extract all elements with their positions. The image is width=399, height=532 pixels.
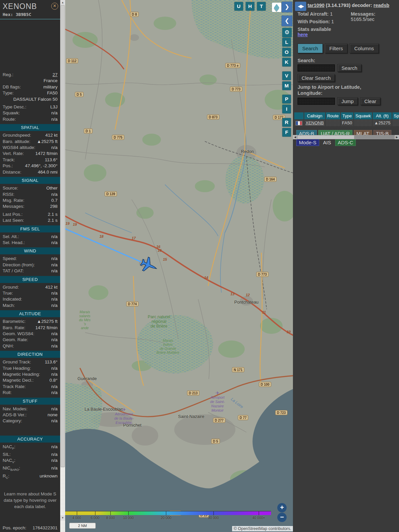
tab-filters[interactable]: Filters [325, 44, 348, 53]
scroll-right-icon[interactable]: ▶ [395, 135, 399, 139]
zoom-out-button[interactable]: − [277, 513, 287, 522]
map-button-m[interactable]: M [282, 81, 291, 90]
jump-input[interactable] [298, 98, 335, 105]
map-button-h[interactable]: H [246, 2, 254, 11]
mode-chip-ais[interactable]: AIS [321, 139, 334, 146]
table-row[interactable]: XENONBFA50▲25275 [294, 120, 399, 126]
map-button-i[interactable]: I [282, 105, 291, 113]
table-header[interactable]: Callsign [304, 112, 325, 119]
mode-chip-adsc[interactable]: ADS-C [335, 139, 356, 146]
data-row: Pos.:47.496°, -2.300° [3, 163, 58, 169]
table-header[interactable]: Squawk [354, 112, 372, 119]
table-header[interactable]: Route [326, 112, 340, 119]
map-button-v[interactable]: V [282, 71, 291, 80]
scrollbar-thumb[interactable] [61, 5, 65, 467]
table-header[interactable] [294, 112, 304, 119]
osm-link[interactable]: OpenStreetMap [238, 526, 267, 531]
callsign-cell[interactable]: XENONB [304, 120, 325, 126]
map-button-f[interactable]: F [282, 128, 291, 137]
close-icon[interactable]: ✕ [51, 3, 58, 10]
map-button-o[interactable]: O [282, 48, 291, 57]
row-value: 464.0 nmi [21, 169, 58, 175]
row-label: Squawk: [3, 110, 20, 116]
row-value: n/a [22, 418, 58, 424]
data-row: True Heading:n/a [3, 365, 58, 371]
sidebar-scrollbar[interactable]: ▲ ▼ [60, 0, 65, 532]
table-header[interactable]: Speed [392, 112, 399, 119]
mode-chip-modes[interactable]: Mode-S [296, 139, 319, 146]
map-button-l[interactable]: L [282, 38, 291, 47]
data-row: RC:unknown [3, 473, 58, 481]
tab-search[interactable]: Search [298, 44, 323, 53]
section-rows: Source:OtherRSSI:n/aMsg. Rate:0.7Message… [0, 185, 60, 223]
row-label: NACV: [3, 458, 15, 465]
map-button-p[interactable]: P [282, 95, 291, 103]
readsb-link[interactable]: readsb [373, 3, 389, 8]
row-label: Type Desc.: [3, 104, 26, 110]
table-horizontal-scrollbar[interactable]: ◀ ▶ [293, 135, 399, 139]
search-button[interactable]: Search [337, 64, 361, 72]
scroll-up-icon[interactable]: ▲ [60, 0, 65, 5]
row-label: Geom. Rate: [3, 337, 28, 343]
section-rows: Barometric:▲25275 ftBaro. Rate:1472 ft/m… [0, 319, 60, 349]
search-input[interactable] [298, 65, 335, 71]
row-value: 0.8° [34, 377, 58, 383]
row-value: n/a [13, 290, 58, 296]
type-cell[interactable]: FA50 [341, 120, 353, 126]
layers-icon[interactable] [272, 3, 281, 12]
total-aircraft: Total Aircraft: 1 [298, 11, 351, 17]
collapse-panel-button[interactable]: ❮ [282, 16, 292, 26]
row-value: 2.1 s [23, 211, 58, 217]
h-scrollbar-thumb[interactable] [297, 135, 354, 139]
section-rows: Groundspeed:412 ktBaro. altitude:▲25275 … [0, 132, 60, 175]
clear-button[interactable]: Clear [360, 97, 380, 105]
map-button-u[interactable]: U [234, 2, 243, 11]
data-row: Speed:n/a [3, 256, 58, 262]
section-header: SPEED [0, 276, 60, 283]
sidebar-toggle-icon[interactable]: ◀▶ [295, 2, 306, 11]
scroll-left-icon[interactable]: ◀ [293, 135, 297, 139]
row-value: n/a [28, 406, 58, 412]
squawk-cell[interactable] [354, 120, 372, 126]
clear-search-button[interactable]: Clear Search [298, 74, 335, 82]
map-button-t[interactable]: T [257, 2, 266, 11]
altitude-cell[interactable]: ▲25275 [373, 120, 392, 126]
row-label: WGS84 altitude: [3, 145, 35, 151]
legend-tick [128, 511, 129, 515]
stats-block: Total Aircraft: 1 With Position: 1 Stats… [293, 9, 399, 40]
gear-icon[interactable]: ⚙ [282, 28, 292, 37]
row-value: ▲25275 ft [26, 319, 58, 325]
map[interactable]: RedonPontchâteauGuérandeLa Baule-Escoubl… [65, 0, 293, 532]
tar1090-link[interactable]: tar1090 [308, 3, 325, 8]
jump-button[interactable]: Jump [337, 97, 358, 105]
stats-here-link[interactable]: here [298, 32, 308, 37]
scroll-down-icon[interactable]: ▼ [60, 515, 65, 520]
flag-cell[interactable] [294, 120, 304, 126]
row-label: SIL: [3, 452, 11, 458]
map-button-r[interactable]: R [282, 118, 291, 127]
row-value: n/a [11, 452, 58, 458]
table-header[interactable]: Type [341, 112, 353, 119]
legend-tick-label: 30 000 [208, 516, 219, 520]
pos-epoch-value: 1764322301 [33, 525, 58, 530]
data-row: NICBARO:n/a [3, 465, 58, 473]
row-value: DASSAULT Falcon 50 [3, 96, 58, 102]
table-header[interactable]: Alt. (ft) [373, 112, 392, 119]
zoom-in-button[interactable]: + [277, 503, 287, 512]
row-label: Last Seen: [3, 217, 24, 223]
row-value[interactable]: 27 [13, 72, 58, 78]
data-row: DASSAULT Falcon 50 [3, 96, 58, 102]
speed-cell[interactable] [392, 120, 399, 126]
tab-columns[interactable]: Columns [349, 44, 378, 53]
data-row: Baro. altitude:▲25275 ft [3, 139, 58, 145]
map-button-k[interactable]: K [282, 58, 291, 66]
legend-tick-label: 4 000 [72, 516, 81, 520]
data-row: TAT / OAT:n/a [3, 268, 58, 274]
row-label: Baro. Rate: [3, 325, 25, 331]
expand-panel-button[interactable]: ❯ [282, 2, 292, 12]
france-flag-icon [296, 121, 302, 125]
legend-tick-label: 10 000 [123, 516, 134, 520]
route-cell[interactable] [326, 120, 340, 126]
data-row: Squawk:n/a [3, 110, 58, 116]
row-label: Roll: [3, 390, 12, 396]
